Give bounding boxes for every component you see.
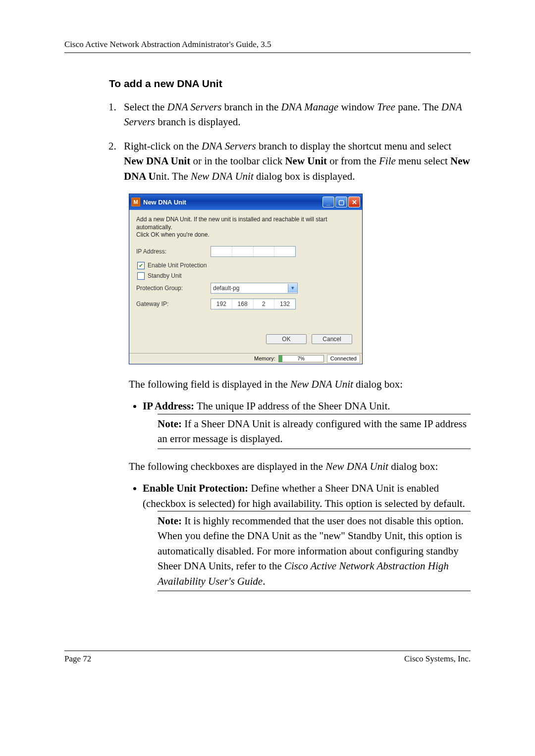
t: IP Address: xyxy=(143,400,194,412)
t: The following field is displayed in the xyxy=(129,378,290,390)
t: branch is displayed. xyxy=(155,116,241,128)
new-dna-unit-dialog: M New DNA Unit _ ▢ ✕ Add a new DNA Unit.… xyxy=(129,194,363,364)
t: nit. The xyxy=(156,170,191,182)
standby-unit-row[interactable]: Standby Unit xyxy=(137,272,355,280)
dialog-description: Add a new DNA Unit. If the new unit is i… xyxy=(136,216,355,239)
memory-bar: 7% xyxy=(278,355,324,362)
ok-button[interactable]: OK xyxy=(266,334,307,344)
t: dialog box: xyxy=(353,378,403,390)
t: DNA Manage xyxy=(281,101,338,113)
t: Right-click on the xyxy=(124,140,202,152)
ip-seg-4[interactable] xyxy=(274,247,295,256)
t: New DNA Unit xyxy=(325,460,388,472)
steps-list: Select the DNA Servers branch in the DNA… xyxy=(99,100,471,184)
ip-address-input[interactable] xyxy=(211,246,296,257)
app-icon: M xyxy=(131,198,140,206)
memory-percent: 7% xyxy=(279,355,323,362)
t: dialog box is displayed. xyxy=(254,170,355,182)
dialog-statusbar: Memory: 7% Connected xyxy=(129,353,362,364)
enable-unit-protection-label: Enable Unit Protection xyxy=(148,262,207,269)
enable-unit-protection-row[interactable]: ✔ Enable Unit Protection xyxy=(137,262,355,269)
t: Enable Unit Protection: xyxy=(143,482,248,494)
t: pane. The xyxy=(395,101,441,113)
connection-status: Connected xyxy=(327,354,360,363)
ip-address-label: IP Address: xyxy=(136,248,211,255)
ip-seg-1[interactable] xyxy=(211,247,232,256)
standby-unit-checkbox[interactable] xyxy=(137,272,145,280)
close-icon[interactable]: ✕ xyxy=(348,197,360,207)
gw-seg-1[interactable]: 192 xyxy=(211,299,232,309)
t: Note: xyxy=(158,418,182,430)
t: Tree xyxy=(377,101,395,113)
t: The unique IP address of the Sheer DNA U… xyxy=(194,400,390,412)
t: . xyxy=(263,575,265,587)
t: branch in the xyxy=(221,101,281,113)
t: The following checkboxes are displayed i… xyxy=(129,460,325,472)
gateway-ip-label: Gateway IP: xyxy=(136,301,211,307)
note-box-2: Note: It is highly recommended that the … xyxy=(158,511,471,591)
t: Note: xyxy=(158,515,182,527)
t: or in the toolbar click xyxy=(190,155,285,167)
memory-label: Memory: xyxy=(254,355,275,361)
t: dialog box: xyxy=(388,460,438,472)
protection-group-label: Protection Group: xyxy=(136,285,211,292)
doc-header: Cisco Active Network Abstraction Adminis… xyxy=(64,40,471,53)
cancel-button[interactable]: Cancel xyxy=(312,334,352,344)
section-heading: To add a new DNA Unit xyxy=(109,78,471,90)
standby-unit-label: Standby Unit xyxy=(148,272,182,279)
t: window xyxy=(338,101,377,113)
t: New DNA Unit xyxy=(124,155,190,167)
dialog-screenshot: M New DNA Unit _ ▢ ✕ Add a new DNA Unit.… xyxy=(129,194,471,364)
chevron-down-icon[interactable]: ▾ xyxy=(288,284,297,293)
page-number: Page 72 xyxy=(64,654,91,664)
protection-group-select[interactable]: default-pg ▾ xyxy=(211,283,298,294)
ip-seg-3[interactable] xyxy=(254,247,275,256)
dialog-title: New DNA Unit xyxy=(143,199,322,206)
t: menu select xyxy=(396,155,450,167)
maximize-icon[interactable]: ▢ xyxy=(335,197,347,207)
t: New DNA Unit xyxy=(290,378,353,390)
enable-unit-protection-checkbox[interactable]: ✔ xyxy=(137,262,145,269)
after-dialog-line-2: The following checkboxes are displayed i… xyxy=(129,459,471,474)
ip-address-bullet: IP Address: The unique IP address of the… xyxy=(143,399,471,449)
t: or from the xyxy=(327,155,379,167)
enable-unit-protection-bullet: Enable Unit Protection: Define whether a… xyxy=(143,481,471,591)
step-2: Right-click on the DNA Servers branch to… xyxy=(119,139,471,184)
gw-seg-2[interactable]: 168 xyxy=(232,299,254,309)
gw-seg-3[interactable]: 2 xyxy=(254,299,275,309)
t: If a Sheer DNA Unit is already configure… xyxy=(158,418,467,445)
gw-seg-4[interactable]: 132 xyxy=(274,299,295,309)
ip-seg-2[interactable] xyxy=(232,247,254,256)
company-name: Cisco Systems, Inc. xyxy=(404,654,471,664)
dialog-titlebar[interactable]: M New DNA Unit _ ▢ ✕ xyxy=(129,194,362,210)
after-dialog-line-1: The following field is displayed in the … xyxy=(129,377,471,392)
protection-group-value: default-pg xyxy=(213,285,239,292)
t: DNA Servers xyxy=(202,140,256,152)
t: DNA Servers xyxy=(167,101,221,113)
t: New Unit xyxy=(285,155,327,167)
t: File xyxy=(379,155,396,167)
minimize-icon[interactable]: _ xyxy=(322,197,334,207)
note-box-1: Note: If a Sheer DNA Unit is already con… xyxy=(158,414,471,449)
gateway-ip-input[interactable]: 192 168 2 132 xyxy=(211,299,296,309)
t: New DNA Unit xyxy=(191,170,254,182)
page-footer: Page 72 Cisco Systems, Inc. xyxy=(64,651,471,664)
t: branch to display the shortcut menu and … xyxy=(256,140,451,152)
step-1: Select the DNA Servers branch in the DNA… xyxy=(119,100,471,130)
t: Select the xyxy=(124,101,167,113)
